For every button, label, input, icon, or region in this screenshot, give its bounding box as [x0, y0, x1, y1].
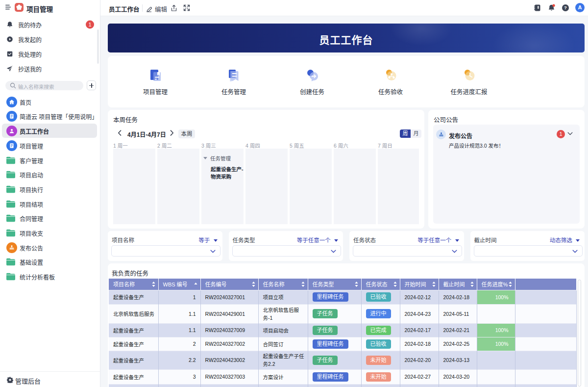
svg-text:?: ? [564, 5, 567, 10]
